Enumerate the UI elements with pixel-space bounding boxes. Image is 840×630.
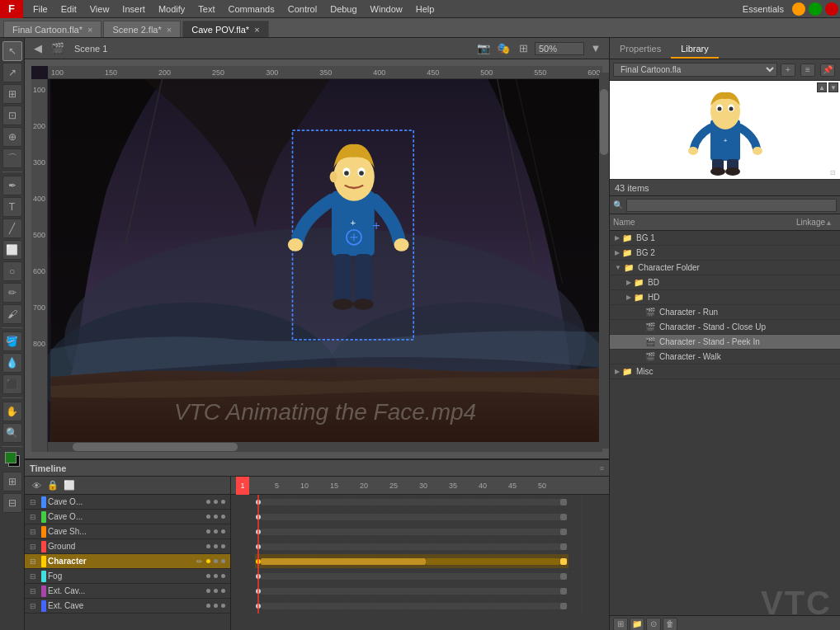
layer-name-fog[interactable]: Fog (48, 571, 206, 581)
tab-final-cartoon[interactable]: Final Cartoon.fla* × (3, 21, 101, 37)
menu-view[interactable]: View (83, 0, 116, 18)
expand-arrow-charfolder[interactable]: ▼ (615, 264, 621, 271)
library-search-input[interactable] (626, 199, 837, 212)
tab-cave-pov[interactable]: Cave POV.fla* × (182, 21, 268, 37)
tab-close-final[interactable]: × (87, 25, 92, 35)
camera-icon[interactable]: 📷 (475, 40, 492, 57)
tool-3d-rotate[interactable]: ⊕ (2, 127, 22, 147)
layer-name-cave2[interactable]: Cave O... (48, 512, 206, 521)
tool-free-transform[interactable]: ⊞ (2, 84, 22, 104)
tab-close-scene2[interactable]: × (167, 25, 172, 35)
vertical-scrollbar[interactable] (599, 73, 609, 449)
prev-scene-icon[interactable]: ◀ (30, 40, 46, 57)
lib-item-bg1[interactable]: ▶ 📁 BG 1 (610, 231, 840, 246)
lib-item-char-stand-close[interactable]: ▶ 🎬 Character - Stand - Close Up (610, 320, 840, 335)
layer-name-cave1[interactable]: Cave O... (48, 497, 206, 506)
lib-item-char-stand-peek[interactable]: ▶ 🎬 Character - Stand - Peek In (610, 335, 840, 350)
fill-color[interactable] (5, 452, 17, 463)
menu-file[interactable]: File (26, 0, 54, 18)
frames-content[interactable] (231, 495, 609, 615)
new-folder-button[interactable]: 📁 (630, 618, 644, 631)
menu-commands[interactable]: Commands (221, 0, 281, 18)
lib-item-bg2[interactable]: ▶ 📁 BG 2 (610, 246, 840, 261)
menu-debug[interactable]: Debug (323, 0, 363, 18)
canvas-viewport[interactable]: + (48, 79, 602, 442)
tool-options[interactable]: ⊟ (2, 493, 22, 513)
properties-button[interactable]: ⊙ (646, 618, 661, 631)
layer-name-character[interactable]: Character (48, 557, 196, 566)
tool-line[interactable]: ╱ (2, 219, 22, 238)
tool-brush[interactable]: 🖌 (2, 304, 22, 324)
layer-name-extcav2[interactable]: Ext. Cave (48, 601, 206, 610)
expand-button[interactable]: ▼ (828, 82, 838, 92)
lock-icon[interactable]: 🔒 (45, 477, 61, 494)
expand-arrow-bg1[interactable]: ▶ (615, 234, 620, 242)
new-symbol-bottom-button[interactable]: ⊞ (613, 618, 628, 631)
maximize-button[interactable] (809, 2, 822, 16)
horizontal-scrollbar[interactable] (48, 442, 602, 452)
layer-name-cavesh[interactable]: Cave Sh... (48, 527, 206, 536)
expand-arrow-bd[interactable]: ▶ (626, 279, 631, 286)
layer-cave-outline1[interactable]: ⊟ Cave O... (25, 495, 230, 510)
layer-ext-cave2[interactable]: ⊟ Ext. Cave (25, 599, 230, 614)
library-options-button[interactable]: ≡ (800, 63, 815, 77)
tool-snap[interactable]: ⊞ (2, 472, 22, 491)
expand-arrow-misc[interactable]: ▶ (615, 368, 620, 375)
sort-icon[interactable]: ▲ (825, 219, 837, 227)
zoom-dropdown-icon[interactable]: ▼ (588, 40, 604, 57)
menu-window[interactable]: Window (364, 0, 409, 18)
timeline-options[interactable]: ≡ (600, 464, 604, 472)
tool-pencil[interactable]: ✏ (2, 283, 22, 303)
scene-label[interactable]: Scene 1 (69, 44, 112, 54)
expand-arrow-bg2[interactable]: ▶ (615, 249, 620, 256)
lib-item-char-folder[interactable]: ▼ 📁 Character Folder (610, 261, 840, 275)
menu-modify[interactable]: Modify (152, 0, 191, 18)
close-button[interactable] (825, 2, 838, 16)
layer-cave-outline2[interactable]: ⊟ Cave O... (25, 510, 230, 524)
lib-item-misc[interactable]: ▶ 📁 Misc (610, 364, 840, 379)
workspace-dropdown[interactable]: Essentials (736, 0, 790, 18)
tool-rectangle[interactable]: ⬜ (2, 240, 22, 260)
tool-select[interactable]: ↖ (2, 41, 22, 61)
tab-scene2[interactable]: Scene 2.fla* × (103, 21, 181, 37)
layer-character[interactable]: ⊟ Character ✏ (25, 554, 230, 569)
expand-arrow-hd[interactable]: ▶ (626, 294, 631, 301)
tool-text[interactable]: T (2, 197, 22, 217)
color-swatches[interactable] (3, 452, 21, 468)
tool-oval[interactable]: ○ (2, 261, 22, 281)
tab-properties[interactable]: Properties (610, 40, 671, 59)
playhead[interactable]: 1 (236, 477, 249, 495)
hscroll-thumb[interactable] (73, 443, 238, 451)
layer-name-ground[interactable]: Ground (48, 542, 206, 551)
menu-edit[interactable]: Edit (54, 0, 83, 18)
eye-icon[interactable]: 👁 (28, 477, 45, 494)
tool-pen[interactable]: ✒ (2, 176, 22, 195)
menu-insert[interactable]: Insert (116, 0, 152, 18)
tool-eraser[interactable]: ⬛ (2, 374, 22, 394)
pin-library-button[interactable]: 📌 (820, 63, 835, 77)
preview-resize-handle[interactable]: ⊡ (830, 169, 838, 177)
delete-button[interactable]: 🗑 (663, 618, 677, 631)
new-symbol-button[interactable]: + (781, 63, 795, 77)
layer-name-extcav1[interactable]: Ext. Cav... (48, 586, 206, 595)
layer-fog[interactable]: ⊟ Fog (25, 569, 230, 584)
minimize-button[interactable] (792, 2, 805, 16)
menu-control[interactable]: Control (281, 0, 323, 18)
snap-icon[interactable]: ⊞ (515, 40, 531, 57)
tab-close-cave[interactable]: × (254, 25, 259, 35)
tool-hand[interactable]: ✋ (2, 402, 22, 421)
tool-paint-bucket[interactable]: 🪣 (2, 331, 22, 351)
tool-gradient[interactable]: ⊡ (2, 106, 22, 125)
lib-item-hd[interactable]: ▶ 📁 HD (610, 290, 840, 305)
layer-ground[interactable]: ⊟ Ground (25, 539, 230, 554)
vscroll-thumb[interactable] (600, 89, 608, 155)
outline-icon[interactable]: ⬜ (61, 477, 78, 494)
lib-item-char-walk[interactable]: ▶ 🎬 Character - Walk (610, 350, 840, 364)
tab-library[interactable]: Library (671, 40, 719, 59)
collapse-button[interactable]: ▲ (817, 82, 827, 92)
library-file-dropdown[interactable]: Final Cartoon.fla (613, 63, 777, 77)
menu-text[interactable]: Text (191, 0, 221, 18)
menu-help[interactable]: Help (409, 0, 441, 18)
tool-subselect[interactable]: ↗ (2, 63, 22, 82)
layer-cave-shadow[interactable]: ⊟ Cave Sh... (25, 524, 230, 539)
